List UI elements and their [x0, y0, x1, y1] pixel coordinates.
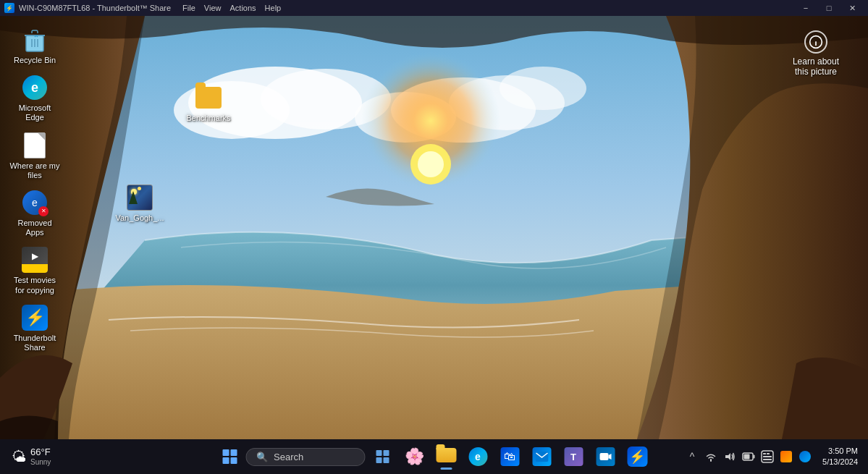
- wifi-icon: [705, 452, 717, 462]
- taskbar: 🌤 66°F Sunny 🔍 Search: [0, 439, 868, 474]
- microsoft-edge-image: e: [21, 74, 49, 101]
- svg-rect-25: [763, 456, 772, 457]
- weather-temperature: 66°F: [30, 447, 51, 458]
- svg-point-10: [418, 151, 444, 177]
- notification-icon-tray[interactable]: [759, 447, 776, 467]
- svg-rect-26: [763, 459, 772, 460]
- menu-file[interactable]: File: [182, 4, 195, 12]
- learn-about-label: Learn about this picture: [793, 56, 839, 77]
- van-gogh-icon[interactable]: Van_Gogh_...: [111, 181, 169, 226]
- learn-about-button[interactable]: Learn about this picture: [793, 30, 839, 77]
- extra-tray-icon[interactable]: [778, 447, 795, 467]
- desktop: Learn about this picture Recycle Bin e: [0, 16, 868, 439]
- thunderbolt-taskbar-icon: ⚡: [627, 447, 647, 467]
- maximize-button[interactable]: □: [817, 0, 840, 16]
- title-bar: ⚡ WIN-C90M87FTL68 - Thunderbolt™ Share F…: [0, 0, 868, 16]
- weather-icon: 🌤: [12, 449, 26, 465]
- camera-icon: [596, 447, 615, 466]
- clock-time: 3:50 PM: [828, 446, 858, 457]
- thunderbolt-share-label: Thunderbolt Share: [9, 334, 61, 352]
- benchmarks-folder-image: [195, 84, 222, 111]
- where-are-my-files-icon[interactable]: Where are my files: [6, 129, 64, 183]
- menu-view[interactable]: View: [204, 4, 222, 12]
- file-explorer-button[interactable]: [431, 442, 460, 471]
- cave-overlay: [0, 16, 868, 439]
- minimize-button[interactable]: −: [794, 0, 817, 16]
- removed-apps-icon[interactable]: e Removed Apps: [6, 186, 64, 240]
- edge-button[interactable]: e: [463, 442, 492, 471]
- titlebar-left: ⚡ WIN-C90M87FTL68 - Thunderbolt™ Share F…: [4, 3, 281, 13]
- battery-icon-tray[interactable]: [740, 447, 757, 467]
- store-icon: 🛍: [500, 447, 519, 466]
- store-button[interactable]: 🛍: [495, 442, 524, 471]
- learn-about-icon: [804, 30, 827, 54]
- system-tray: ^: [681, 446, 862, 468]
- another-tray-icon[interactable]: [796, 447, 814, 467]
- svg-rect-20: [744, 454, 750, 460]
- microsoft-edge-label: Microsoft Edge: [9, 103, 61, 122]
- weather-condition: Sunny: [30, 458, 51, 467]
- removed-apps-image: e: [21, 189, 49, 216]
- extra-icon-shape: [780, 451, 792, 462]
- desktop-icons: Recycle Bin e Microsoft Edge Where are m…: [6, 23, 64, 355]
- where-are-my-files-image: [21, 132, 49, 159]
- removed-apps-label: Removed Apps: [9, 219, 61, 237]
- svg-rect-15: [376, 457, 382, 463]
- where-are-my-files-label: Where are my files: [9, 161, 61, 180]
- window-controls: − □ ✕: [794, 0, 864, 16]
- search-icon: 🔍: [256, 452, 268, 462]
- recycle-bin-label: Recycle Bin: [14, 56, 56, 65]
- van-gogh-image: [126, 184, 153, 211]
- overflow-icon: ^: [690, 451, 695, 462]
- volume-icon: [724, 452, 736, 462]
- mail-button[interactable]: [527, 442, 556, 471]
- weather-info: 66°F Sunny: [30, 447, 51, 467]
- close-button[interactable]: ✕: [840, 0, 864, 16]
- svg-rect-24: [767, 453, 770, 454]
- search-bar[interactable]: 🔍 Search: [245, 448, 365, 466]
- svg-rect-17: [535, 452, 548, 462]
- tray-overflow-button[interactable]: ^: [683, 447, 701, 467]
- svg-rect-14: [383, 450, 389, 456]
- van-gogh-label: Van_Gogh_...: [115, 213, 164, 223]
- windows-logo: [222, 449, 237, 464]
- test-movies-label: Test movies for copying: [9, 276, 61, 295]
- thunderbolt-taskbar-button[interactable]: ⚡: [623, 442, 652, 471]
- recycle-bin-image: [21, 26, 49, 54]
- menu-actions[interactable]: Actions: [230, 4, 256, 12]
- teams-button[interactable]: T: [559, 442, 588, 471]
- search-label: Search: [274, 452, 303, 462]
- menu-help[interactable]: Help: [265, 4, 282, 12]
- test-movies-image: [21, 246, 49, 274]
- svg-rect-23: [763, 453, 766, 454]
- task-view-button[interactable]: [368, 442, 397, 471]
- start-button[interactable]: [216, 444, 243, 470]
- camera-button[interactable]: [591, 442, 620, 471]
- app-icon: ⚡: [4, 3, 14, 13]
- benchmarks-icon[interactable]: Benchmarks: [180, 81, 237, 126]
- keyboard-icon: [761, 450, 774, 463]
- widgets-icon: 🌸: [405, 447, 424, 466]
- task-view-icon: [375, 449, 389, 464]
- mail-icon: [532, 447, 551, 466]
- window-title: WIN-C90M87FTL68 - Thunderbolt™ Share: [19, 4, 171, 12]
- edge-icon-taskbar: e: [468, 447, 487, 466]
- microsoft-edge-icon[interactable]: e Microsoft Edge: [6, 71, 64, 125]
- svg-rect-18: [599, 453, 608, 460]
- svg-rect-21: [754, 455, 755, 459]
- weather-widget[interactable]: 🌤 66°F Sunny: [6, 447, 71, 467]
- svg-rect-13: [376, 450, 382, 456]
- battery-icon: [742, 452, 755, 461]
- volume-icon-tray[interactable]: [721, 447, 738, 467]
- file-explorer-icon: [436, 448, 456, 465]
- recycle-bin-icon[interactable]: Recycle Bin: [6, 23, 64, 68]
- widgets-button[interactable]: 🌸: [400, 442, 429, 471]
- tray-icons: ^: [681, 447, 817, 467]
- clock[interactable]: 3:50 PM 5/13/2024: [818, 446, 862, 468]
- another-icon-shape: [799, 451, 811, 462]
- network-icon-tray[interactable]: [702, 447, 720, 467]
- test-movies-icon[interactable]: Test movies for copying: [6, 243, 64, 297]
- thunderbolt-share-image: ⚡: [21, 304, 49, 331]
- svg-rect-16: [383, 457, 389, 463]
- thunderbolt-share-icon[interactable]: ⚡ Thunderbolt Share: [6, 301, 64, 355]
